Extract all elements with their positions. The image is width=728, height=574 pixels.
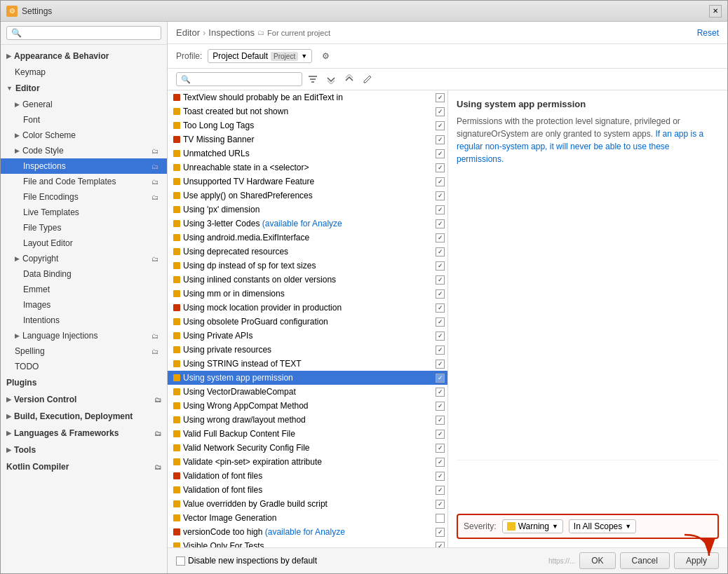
inspections-search-input[interactable] bbox=[191, 74, 297, 84]
list-item-checkbox[interactable]: ✓ bbox=[436, 444, 445, 453]
list-item-checkbox[interactable]: ✓ bbox=[436, 149, 445, 158]
list-item[interactable]: Value overridden by Gradle build script✓ bbox=[168, 497, 447, 511]
list-item[interactable]: Unsupported TV Hardware Feature✓ bbox=[168, 175, 447, 189]
sidebar-search-wrapper[interactable]: 🔍 bbox=[6, 26, 161, 40]
sidebar-item-file-code-templates[interactable]: File and Code Templates 🗂 bbox=[1, 174, 167, 189]
close-button[interactable]: ✕ bbox=[709, 5, 722, 18]
list-item[interactable]: Using wrong draw/layout method✓ bbox=[168, 413, 447, 427]
sidebar-item-version-control[interactable]: ▶ Version Control 🗂 bbox=[1, 391, 167, 408]
list-item[interactable]: Using dp instead of sp for text sizes✓ bbox=[168, 259, 447, 273]
sidebar-item-intentions[interactable]: Intentions bbox=[1, 313, 167, 328]
list-item[interactable]: Unreachable state in a <selector>✓ bbox=[168, 160, 447, 175]
sidebar-item-keymap[interactable]: Keymap bbox=[1, 64, 167, 80]
sidebar-item-inspections[interactable]: Inspections 🗂 bbox=[1, 158, 167, 174]
breadcrumb-project[interactable]: For current project bbox=[267, 29, 330, 37]
expand-all-button[interactable] bbox=[323, 71, 339, 87]
list-item[interactable]: Valid Full Backup Content File✓ bbox=[168, 427, 447, 441]
list-item-checkbox[interactable]: ✓ bbox=[436, 135, 445, 144]
list-item-checkbox[interactable]: ✓ bbox=[436, 261, 445, 271]
sidebar-item-images[interactable]: Images bbox=[1, 297, 167, 313]
sidebar-item-data-binding[interactable]: Data Binding bbox=[1, 266, 167, 282]
list-item[interactable]: Using obsolete ProGuard configuration✓ bbox=[168, 315, 447, 329]
list-item[interactable]: Validation of font files✓ bbox=[168, 469, 447, 483]
list-item[interactable]: Using system app permission✓ bbox=[168, 371, 447, 385]
list-item[interactable]: TextView should probably be an EditText … bbox=[168, 90, 447, 104]
list-item-checkbox[interactable]: ✓ bbox=[436, 205, 445, 214]
sidebar-item-build[interactable]: ▶ Build, Execution, Deployment bbox=[1, 408, 167, 425]
list-item[interactable]: Use apply() on SharedPreferences✓ bbox=[168, 189, 447, 203]
list-item[interactable]: Using private resources✓ bbox=[168, 343, 447, 357]
severity-select[interactable]: Warning ▼ bbox=[502, 519, 563, 533]
sidebar-item-file-encodings[interactable]: File Encodings 🗂 bbox=[1, 189, 167, 205]
list-item[interactable]: Visible Only For Tests✓ bbox=[168, 539, 447, 547]
sidebar-item-kotlin-compiler[interactable]: Kotlin Compiler 🗂 bbox=[1, 458, 167, 475]
list-item-checkbox[interactable]: ✓ bbox=[436, 528, 445, 537]
list-item[interactable]: Using Wrong AppCompat Method✓ bbox=[168, 399, 447, 413]
list-item-checkbox[interactable]: ✓ bbox=[436, 275, 445, 285]
list-item[interactable]: Validate <pin-set> expiration attribute✓ bbox=[168, 455, 447, 469]
list-item-checkbox[interactable]: ✓ bbox=[436, 233, 445, 242]
list-item[interactable]: versionCode too high (available for Anal… bbox=[168, 525, 447, 539]
profile-gear-button[interactable]: ⚙ bbox=[318, 48, 333, 64]
list-item-checkbox[interactable]: ✓ bbox=[436, 458, 445, 467]
list-item[interactable]: TV Missing Banner✓ bbox=[168, 132, 447, 146]
scope-select[interactable]: In All Scopes ▼ bbox=[569, 519, 636, 533]
list-item-checkbox[interactable]: ✓ bbox=[436, 472, 445, 481]
sidebar-item-spelling[interactable]: Spelling 🗂 bbox=[1, 343, 167, 359]
list-item-checkbox[interactable]: ✓ bbox=[436, 374, 445, 383]
sidebar-item-appearance[interactable]: ▶ Appearance & Behavior bbox=[1, 48, 167, 64]
cancel-button[interactable]: Cancel bbox=[620, 552, 670, 569]
sidebar-item-general[interactable]: ▶ General bbox=[1, 97, 167, 112]
sidebar-item-tools[interactable]: ▶ Tools bbox=[1, 442, 167, 458]
disable-checkbox[interactable] bbox=[176, 556, 185, 566]
sidebar-item-live-templates[interactable]: Live Templates bbox=[1, 205, 167, 220]
sidebar-item-font[interactable]: Font bbox=[1, 112, 167, 128]
list-item[interactable]: Using STRING instead of TEXT✓ bbox=[168, 357, 447, 371]
list-item-checkbox[interactable]: ✓ bbox=[436, 303, 445, 313]
list-item-checkbox[interactable] bbox=[436, 514, 445, 523]
list-item[interactable]: Unmatched URLs✓ bbox=[168, 146, 447, 160]
list-item[interactable]: Using 'px' dimension✓ bbox=[168, 203, 447, 217]
sidebar-item-editor[interactable]: ▼ Editor bbox=[1, 80, 167, 97]
sidebar-item-todo[interactable]: TODO bbox=[1, 359, 167, 374]
list-item[interactable]: Valid Network Security Config File✓ bbox=[168, 441, 447, 455]
list-item[interactable]: Too Long Log Tags✓ bbox=[168, 118, 447, 132]
list-item[interactable]: Using inlined constants on older version… bbox=[168, 273, 447, 287]
collapse-all-button[interactable] bbox=[342, 71, 357, 87]
sidebar-item-copyright[interactable]: ▶ Copyright 🗂 bbox=[1, 251, 167, 266]
list-item[interactable]: Toast created but not shown✓ bbox=[168, 104, 447, 118]
list-item[interactable]: Using mm or in dimensions✓ bbox=[168, 287, 447, 301]
list-item[interactable]: Using deprecated resources✓ bbox=[168, 245, 447, 259]
sidebar-item-languages[interactable]: ▶ Languages & Frameworks 🗂 bbox=[1, 425, 167, 442]
sidebar-item-emmet[interactable]: Emmet bbox=[1, 282, 167, 297]
list-item-checkbox[interactable]: ✓ bbox=[436, 416, 445, 425]
sidebar-item-file-types[interactable]: File Types bbox=[1, 220, 167, 235]
list-item-checkbox[interactable]: ✓ bbox=[436, 360, 445, 369]
sidebar-item-layout-editor[interactable]: Layout Editor bbox=[1, 235, 167, 251]
list-item[interactable]: Using Private APIs✓ bbox=[168, 329, 447, 343]
edit-button[interactable] bbox=[360, 71, 375, 87]
sidebar-item-code-style[interactable]: ▶ Code Style 🗂 bbox=[1, 143, 167, 158]
list-item-checkbox[interactable]: ✓ bbox=[436, 107, 445, 116]
sidebar-item-color-scheme[interactable]: ▶ Color Scheme bbox=[1, 128, 167, 143]
list-item[interactable]: Vector Image Generation bbox=[168, 511, 447, 525]
list-item[interactable]: Using mock location provider in producti… bbox=[168, 301, 447, 315]
list-item-checkbox[interactable]: ✓ bbox=[436, 332, 445, 341]
list-item[interactable]: Using android.media.ExifInterface✓ bbox=[168, 231, 447, 245]
list-item-checkbox[interactable]: ✓ bbox=[436, 346, 445, 355]
list-item-checkbox[interactable]: ✓ bbox=[436, 500, 445, 509]
list-item-checkbox[interactable]: ✓ bbox=[436, 388, 445, 397]
list-item-checkbox[interactable]: ✓ bbox=[436, 430, 445, 439]
list-item-checkbox[interactable]: ✓ bbox=[436, 542, 445, 548]
profile-select[interactable]: Project Default Project ▼ bbox=[208, 49, 312, 63]
list-item-checkbox[interactable]: ✓ bbox=[436, 289, 445, 299]
sidebar-item-plugins[interactable]: Plugins bbox=[1, 374, 167, 391]
list-item-checkbox[interactable]: ✓ bbox=[436, 402, 445, 411]
list-item-checkbox[interactable]: ✓ bbox=[436, 486, 445, 495]
list-item-checkbox[interactable]: ✓ bbox=[436, 247, 445, 257]
list-item-checkbox[interactable]: ✓ bbox=[436, 317, 445, 327]
sidebar-item-language-injections[interactable]: ▶ Language Injections 🗂 bbox=[1, 328, 167, 343]
list-item-checkbox[interactable]: ✓ bbox=[436, 191, 445, 200]
list-item[interactable]: Using 3-letter Codes (available for Anal… bbox=[168, 217, 447, 231]
list-item-checkbox[interactable]: ✓ bbox=[436, 177, 445, 186]
